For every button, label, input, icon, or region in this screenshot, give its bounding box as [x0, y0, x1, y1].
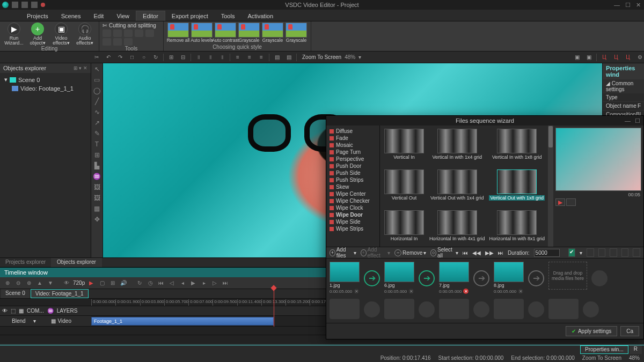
tab-objects-explorer[interactable]: Objects explorer — [52, 258, 102, 267]
panel-controls[interactable]: ⊞ ▾ ✕ — [74, 65, 87, 71]
skip-start-icon[interactable]: ⏮ — [463, 250, 468, 256]
audio-effects-button[interactable]: 🎧Audioeffects▾ — [74, 23, 96, 46]
undo-icon[interactable]: ↶ — [104, 53, 113, 62]
menu-projects[interactable]: Projects — [20, 11, 55, 21]
minimize-icon[interactable]: — — [614, 2, 620, 9]
timeline-clip[interactable]: Footage_1_1 — [91, 317, 274, 326]
layer-icon[interactable]: ▤ — [284, 53, 293, 62]
menu-scenes[interactable]: Scenes — [55, 11, 87, 21]
quick-style-auto-contrast[interactable]: Auto contrast — [214, 23, 237, 43]
add-effect-button[interactable]: +Add effect ▾ — [361, 247, 390, 258]
quick-style-grayscale[interactable]: Grayscale — [238, 23, 260, 43]
tree-video-item[interactable]: Video: Footage_1_1 — [2, 84, 89, 93]
arrow-right-icon[interactable]: ➔ — [528, 270, 544, 286]
effect-list-item[interactable]: Wipe Door — [327, 211, 378, 218]
menu-export[interactable]: Export project — [165, 11, 215, 21]
arrow-icon[interactable]: ↗ — [91, 118, 103, 128]
plus-icon[interactable]: ⊕ — [25, 279, 33, 287]
delete-icon[interactable]: ✕ — [354, 289, 359, 294]
chart-icon[interactable]: ▙ — [91, 161, 103, 171]
effect-list-item[interactable]: Wipe Strips — [327, 225, 378, 232]
effect-list-item[interactable]: Perspective — [327, 156, 378, 162]
quick-style-grayscale[interactable]: Grayscale — [261, 23, 284, 43]
effect-list-item[interactable]: Fade — [327, 135, 378, 142]
prop-row[interactable]: Object nameF — [603, 102, 644, 110]
step-back-icon[interactable]: ◂ — [178, 279, 187, 287]
effect-preset[interactable]: Horizontal In — [383, 210, 425, 247]
quick-style-remove-all[interactable]: Remove all — [167, 23, 189, 43]
effect-preset[interactable]: Vertical Out with 1x8 grid — [489, 169, 545, 207]
align-icon[interactable]: ⫴ — [194, 53, 203, 62]
quick-style-auto-levels[interactable]: Auto levels — [191, 23, 213, 43]
cut-icon[interactable]: ✂ — [92, 53, 101, 62]
ellipse-icon[interactable]: ◯ — [91, 86, 103, 95]
play-icon[interactable]: ▶ — [555, 198, 565, 206]
arrow-right-icon[interactable]: ➔ — [419, 270, 435, 286]
tool-icon[interactable] — [124, 29, 133, 37]
quick-style-grayscale[interactable]: Grayscale — [285, 23, 308, 43]
effect-list-item[interactable]: Wipe Checker — [327, 197, 378, 204]
effect-preset[interactable]: Vertical In — [383, 129, 425, 166]
align-icon[interactable]: ⫴ — [206, 53, 215, 62]
effect-list-item[interactable]: Mosaic — [327, 142, 378, 149]
status-tab-properties[interactable]: Properties win... — [580, 345, 628, 354]
image-icon[interactable]: 🖼 — [91, 193, 103, 203]
video-effects-button[interactable]: ▣Videoeffects▾ — [50, 23, 72, 46]
pointer-icon[interactable]: ↖ — [91, 64, 103, 74]
drop-zone[interactable]: Drag and drop media files here — [548, 262, 587, 290]
check-icon[interactable]: ✔ — [568, 248, 576, 257]
next-icon[interactable]: ▶▶ — [485, 250, 494, 256]
tool-icon[interactable] — [145, 29, 154, 37]
layer-label[interactable]: LAYERS — [57, 308, 78, 314]
effect-list-item[interactable]: Wipe Clock — [327, 204, 378, 211]
refresh-icon[interactable]: ↻ — [151, 53, 160, 62]
maximize-icon[interactable]: ☐ — [625, 2, 631, 9]
blend-label[interactable]: Blend — [12, 318, 26, 324]
step-fwd-icon[interactable]: ▸ — [200, 279, 208, 287]
minus-icon[interactable]: ⊖ — [14, 279, 23, 287]
redo-icon[interactable]: ↷ — [116, 53, 125, 62]
quick-icon[interactable] — [21, 2, 28, 8]
tool-icon[interactable] — [113, 38, 122, 46]
adjust-icon[interactable] — [598, 248, 606, 257]
skip-start-icon[interactable]: ⏮ — [157, 279, 165, 287]
prop-section[interactable]: ◢ Common settings — [603, 79, 644, 93]
play-icon[interactable]: ▶ — [87, 279, 96, 287]
quick-icon[interactable] — [12, 2, 18, 8]
curve-icon[interactable]: ∿ — [91, 107, 103, 117]
layer-label[interactable]: COM... — [27, 308, 44, 314]
tool-icon[interactable] — [135, 29, 143, 37]
prop-row[interactable]: Type — [603, 93, 644, 102]
effect-list-item[interactable]: Push Side — [327, 169, 378, 176]
wave-icon[interactable]: ♒ — [91, 172, 103, 181]
menu-activation[interactable]: Activation — [241, 11, 280, 21]
video-icon[interactable]: ▦ — [91, 204, 103, 213]
crop-icon[interactable] — [587, 248, 594, 257]
chevron-down-icon[interactable]: ▾ — [580, 250, 582, 256]
play-icon[interactable]: ▶ — [189, 279, 197, 287]
status-tab-r[interactable]: R — [630, 345, 642, 354]
tool-icon[interactable] — [103, 38, 111, 46]
select-all-button[interactable]: ○Select all ▾ — [430, 247, 458, 258]
run-wizard-button[interactable]: ▶RunWizard... — [3, 23, 25, 46]
lock-icon[interactable]: ⬚ — [11, 308, 16, 314]
scrollbar[interactable] — [548, 125, 553, 247]
next-icon[interactable]: ▷ — [210, 279, 219, 287]
color-icon[interactable] — [610, 248, 617, 257]
sequence-thumb[interactable]: 7.jpg0:00:05.000 ✕ — [439, 262, 469, 294]
effect-list-item[interactable]: Push Door — [327, 162, 378, 169]
resolution[interactable]: 720p — [73, 280, 85, 286]
apply-settings-button[interactable]: Apply settings — [566, 326, 617, 336]
zoom-value[interactable]: 48% — [345, 54, 355, 60]
effect-preset[interactable]: Vertical In with 1x8 grid — [489, 129, 545, 166]
duration-input[interactable] — [534, 249, 560, 257]
tool-icon[interactable] — [124, 38, 133, 46]
effect-list-item[interactable]: Wipe Center — [327, 190, 378, 197]
move-icon[interactable]: ✥ — [91, 215, 103, 224]
prev-icon[interactable]: ◀◀ — [472, 250, 481, 256]
eye-icon[interactable]: 👁 — [62, 279, 71, 287]
line-icon[interactable]: ╱ — [91, 97, 103, 106]
sequence-thumb[interactable]: 8.jpg0:00:05.000 ✕ — [494, 262, 524, 294]
align-icon[interactable]: ⊟ — [179, 53, 187, 62]
quick-icon[interactable] — [31, 2, 38, 8]
